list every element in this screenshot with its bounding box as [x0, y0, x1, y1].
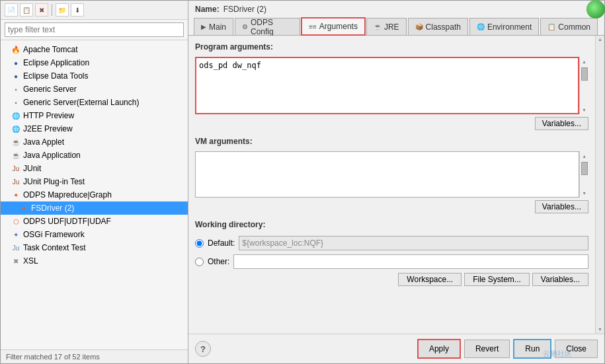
scroll-down-arrow[interactable] [582, 106, 586, 114]
filter-button[interactable]: 📁 [56, 3, 69, 17]
tree-item-task-context[interactable]: Ju Task Context Test [1, 241, 188, 254]
other-radio-row: Other: [195, 254, 588, 269]
program-textarea-container: ods_pd dw_nqf [195, 57, 579, 114]
tree-item-generic-server[interactable]: ▪ Generic Server [1, 83, 188, 96]
search-box [1, 20, 188, 40]
right-scroll-down[interactable] [598, 326, 602, 334]
right-panel-main: Program arguments: ods_pd dw_nqf [188, 36, 604, 334]
tab-common[interactable]: 📋 Common [540, 18, 598, 35]
default-radio-row: Default: [195, 236, 588, 250]
help-button[interactable]: ? [195, 341, 211, 357]
tree-item-eclipse-data-tools[interactable]: ● Eclipse Data Tools [1, 69, 188, 83]
tree-item-apache-tomcat[interactable]: 🔥 Apache Tomcat [1, 43, 188, 56]
new-config-button[interactable]: 📄 [5, 3, 18, 17]
program-arguments-input[interactable]: ods_pd dw_nqf [196, 58, 578, 111]
tree-item-label: XSL [23, 256, 38, 266]
tree-item-osgi[interactable]: ✦ OSGi Framework [1, 228, 188, 241]
other-radio-group: Other: [195, 254, 588, 269]
filesystem-button[interactable]: File System... [464, 273, 530, 286]
odps-config-tab-icon: ⚙ [242, 23, 248, 30]
tab-environment[interactable]: 🌐 Environment [469, 18, 539, 35]
default-radio[interactable] [195, 239, 204, 248]
default-dir-input [239, 236, 588, 250]
tree-item-java-applet[interactable]: ☕ Java Applet [1, 135, 188, 149]
filter-status: Filter matched 17 of 52 items [6, 353, 100, 361]
status-indicator [586, 0, 605, 18]
program-variables-btn-row: Variables... [195, 117, 588, 130]
fsdriver-icon: ✦ [19, 203, 28, 213]
dir-variables-button[interactable]: Variables... [532, 273, 588, 286]
left-panel: 📄 📋 ✖ 📁 ⬇ 🔥 Apache Tomcat ● Eclipse [1, 1, 188, 363]
bottom-left: ? [195, 341, 211, 357]
tab-odps-label: ODPS Config [251, 18, 293, 36]
tree-item-label: JUnit [23, 164, 41, 173]
tab-environment-label: Environment [487, 22, 532, 32]
revert-button[interactable]: Revert [464, 340, 510, 358]
other-radio[interactable] [195, 258, 204, 266]
vm-arguments-input[interactable] [195, 151, 579, 198]
tree-item-eclipse-application[interactable]: ● Eclipse Application [1, 56, 188, 69]
eclipse-icon: ● [11, 58, 20, 67]
tab-main[interactable]: ▶ Main [194, 18, 233, 35]
tree-item-fsdriver[interactable]: ✦ FSDriver (2) [1, 201, 188, 215]
other-dir-input[interactable] [233, 254, 588, 269]
tree-item-java-application[interactable]: ☕ Java Application [1, 149, 188, 162]
delete-config-button[interactable]: ✖ [35, 3, 48, 17]
main-content: 📄 📋 ✖ 📁 ⬇ 🔥 Apache Tomcat ● Eclipse [1, 1, 604, 363]
status-bar: Filter matched 17 of 52 items [1, 349, 188, 363]
vm-scrollbar[interactable] [579, 151, 588, 198]
right-scroll-up[interactable] [598, 36, 602, 44]
name-value: FSDriver (2) [223, 5, 266, 14]
vm-textarea-wrapper [195, 151, 588, 198]
program-scrollbar[interactable] [579, 57, 588, 114]
toolbar-separator [52, 4, 52, 16]
vm-scroll-down[interactable] [582, 190, 586, 198]
working-directory-section: Working directory: Default: Other [195, 220, 588, 286]
program-variables-button[interactable]: Variables... [535, 117, 588, 130]
tree-item-xsl[interactable]: ✖ XSL [1, 254, 188, 268]
tree-item-j2ee-preview[interactable]: 🌐 J2EE Preview [1, 122, 188, 135]
duplicate-config-button[interactable]: 📋 [20, 3, 33, 17]
tab-jre[interactable]: ☕ JRE [366, 18, 407, 35]
tab-classpath[interactable]: 📦 Classpath [408, 18, 468, 35]
tree-item-label: JUnit Plug-in Test [23, 177, 85, 186]
vm-scroll-up[interactable] [582, 153, 586, 161]
osgi-icon: ✦ [11, 230, 20, 239]
collapse-button[interactable]: ⬇ [71, 3, 84, 17]
right-panel-scrollbar[interactable] [595, 36, 604, 334]
common-tab-icon: 📋 [547, 23, 555, 30]
vm-arguments-label: VM arguments: [195, 137, 588, 146]
main-tab-icon: ▶ [201, 23, 206, 30]
tree-item-label: Java Applet [23, 137, 64, 147]
working-directory-label: Working directory: [195, 220, 588, 229]
tabs-bar: ▶ Main ⚙ ODPS Config ≡≡ Arguments ☕ JRE … [188, 18, 604, 36]
toolbar: 📄 📋 ✖ 📁 ⬇ [1, 1, 188, 20]
workspace-button[interactable]: Workspace... [398, 273, 462, 286]
j2ee-icon: 🌐 [11, 124, 20, 133]
tree-item-odps-mapreduce[interactable]: ✦ ODPS Mapreduce|Graph [1, 188, 188, 201]
tree-item-http-preview[interactable]: 🌐 HTTP Preview [1, 109, 188, 122]
tree-item-junit[interactable]: Ju JUnit [1, 162, 188, 175]
close-button[interactable]: Close [555, 340, 598, 358]
junit-icon: Ju [11, 164, 20, 173]
tree-item-label: Task Context Test [23, 243, 86, 252]
tree-item-label: Apache Tomcat [23, 45, 78, 54]
bottom-bar: ? Apply Revert Run Close [188, 334, 604, 363]
vm-variables-button[interactable]: Variables... [535, 200, 588, 213]
name-row: Name: FSDriver (2) [188, 1, 604, 18]
tab-arguments-label: Arguments [319, 22, 358, 31]
other-radio-label: Other: [208, 257, 229, 266]
search-input[interactable] [5, 22, 184, 37]
scroll-up-arrow[interactable] [582, 58, 586, 66]
tree-item-junit-plugin[interactable]: Ju JUnit Plug-in Test [1, 175, 188, 188]
default-radio-label: Default: [208, 238, 235, 248]
vm-arguments-section: VM arguments: Variables... [195, 137, 588, 213]
tree-item-odps-udf[interactable]: ⬡ ODPS UDF|UDTF|UDAF [1, 215, 188, 228]
environment-tab-icon: 🌐 [477, 23, 485, 30]
tab-arguments[interactable]: ≡≡ Arguments [302, 18, 365, 35]
run-button[interactable]: Run [514, 340, 551, 358]
tab-odps-config[interactable]: ⚙ ODPS Config [235, 18, 300, 35]
tree-item-generic-server-external[interactable]: ▪ Generic Server(External Launch) [1, 96, 188, 109]
udaf-icon: ⬡ [11, 217, 20, 226]
apply-button[interactable]: Apply [418, 340, 460, 358]
